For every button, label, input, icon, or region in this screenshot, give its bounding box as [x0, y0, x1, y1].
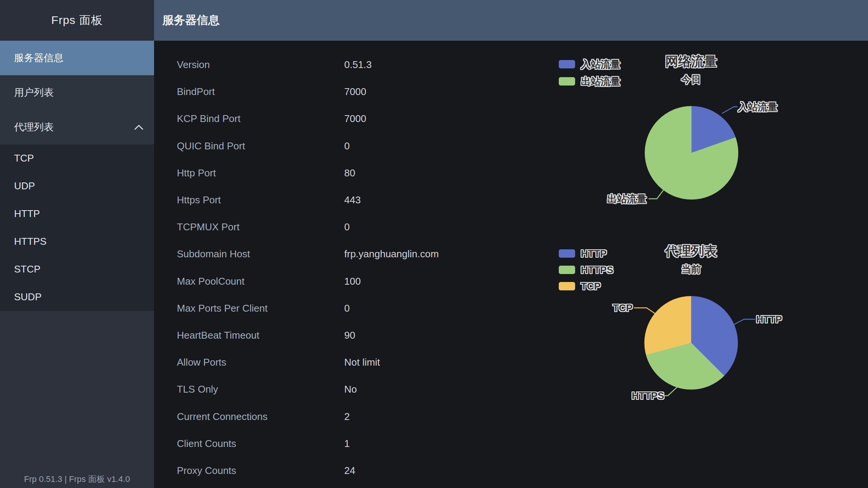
main-content: Version0.51.3 BindPort7000 KCP Bind Port…	[154, 41, 868, 488]
legend-swatch-tcp	[559, 282, 575, 290]
info-label: Subdomain Host	[177, 248, 344, 260]
leader-line-https	[663, 384, 681, 398]
server-info-list: Version0.51.3 BindPort7000 KCP Bind Port…	[154, 51, 527, 484]
info-row: HeartBeat Timeout90	[154, 322, 527, 349]
pie-label-tcp: TCP	[613, 303, 633, 313]
info-value: 0.51.3	[344, 59, 372, 71]
proxy-legend: HTTP HTTPS TCP	[559, 245, 613, 294]
sidebar-subitem-udp[interactable]: UDP	[0, 172, 154, 200]
page-header: 服务器信息	[154, 0, 868, 41]
legend-item-tcp[interactable]: TCP	[559, 278, 613, 294]
sidebar-item-server-info[interactable]: 服务器信息	[0, 41, 154, 75]
info-label: TLS Only	[177, 383, 344, 395]
sidebar: Frps 面板 服务器信息 用户列表 代理列表 TCP UDP HTTP HTT…	[0, 0, 154, 488]
legend-item-https[interactable]: HTTPS	[559, 261, 613, 278]
info-label: QUIC Bind Port	[177, 140, 344, 152]
pie-label-https: HTTPS	[632, 390, 664, 401]
sidebar-item-label: 用户列表	[14, 86, 54, 99]
chart-title: 网络流量	[615, 54, 767, 69]
traffic-legend: 入站流量 出站流量	[559, 55, 620, 90]
leader-line-inbound	[721, 105, 740, 116]
info-row: Max PoolCount100	[154, 268, 527, 295]
sidebar-menu: 服务器信息 用户列表 代理列表 TCP UDP HTTP HTTPS STCP …	[0, 41, 154, 311]
info-label: Allow Ports	[177, 356, 344, 368]
leader-line-http	[732, 318, 757, 327]
info-row: TCPMUX Port0	[154, 214, 527, 241]
pie-label-http: HTTP	[756, 314, 782, 325]
info-value: 1	[344, 438, 350, 450]
proxy-submenu: TCP UDP HTTP HTTPS STCP SUDP	[0, 144, 154, 311]
info-row: Allow PortsNot limit	[154, 349, 527, 376]
info-label: KCP Bind Port	[177, 113, 344, 125]
info-label: HeartBeat Timeout	[177, 330, 344, 341]
info-row: Current Connections2	[154, 403, 527, 430]
info-value: 0	[344, 140, 350, 152]
info-label: Current Connections	[177, 411, 344, 423]
info-value: 80	[344, 167, 355, 179]
proxy-list-chart: HTTP HTTPS TCP 代理列表 当前 TCP HTTP HTTPS	[534, 219, 868, 463]
info-label: TCPMUX Port	[177, 221, 344, 233]
sidebar-subitem-tcp[interactable]: TCP	[0, 144, 154, 172]
legend-swatch-inbound	[559, 60, 575, 68]
info-row: Subdomain Hostfrp.yanghuanglin.com	[154, 241, 527, 268]
pie-label-inbound: 入站流量	[738, 101, 777, 112]
info-row: KCP Bind Port7000	[154, 105, 527, 132]
chart-subtitle: 当前	[615, 263, 767, 275]
legend-item-inbound[interactable]: 入站流量	[559, 55, 620, 73]
proxy-list-pie[interactable]	[644, 296, 738, 390]
sidebar-subitem-https[interactable]: HTTPS	[0, 228, 154, 255]
info-row: Http Port80	[154, 160, 527, 187]
sidebar-subitem-http[interactable]: HTTP	[0, 200, 154, 228]
legend-swatch-https	[559, 266, 575, 274]
info-value: Not limit	[344, 356, 380, 368]
info-row: Version0.51.3	[154, 51, 527, 78]
sidebar-item-label: 服务器信息	[14, 51, 64, 65]
sidebar-item-user-list[interactable]: 用户列表	[0, 75, 154, 110]
sidebar-item-proxy-list[interactable]: 代理列表	[0, 110, 154, 144]
network-traffic-chart: 入站流量 出站流量 网络流量 今日 入站流量 出站流量	[534, 41, 868, 219]
legend-swatch-outbound	[559, 77, 575, 86]
app-title: Frps 面板	[0, 0, 154, 41]
sidebar-subitem-sudp[interactable]: SUDP	[0, 283, 154, 311]
info-value: 0	[344, 303, 350, 314]
chevron-up-icon	[134, 125, 143, 130]
info-value: 100	[344, 276, 361, 287]
chart-title: 代理列表	[615, 243, 767, 258]
pie-label-outbound: 出站流量	[607, 193, 647, 204]
info-row: TLS OnlyNo	[154, 376, 527, 403]
info-value: 7000	[344, 113, 366, 125]
info-row: Proxy Counts24	[154, 457, 527, 484]
info-row: Max Ports Per Client0	[154, 295, 527, 322]
info-value: 90	[344, 330, 355, 341]
info-value: 24	[344, 465, 355, 477]
info-value: 2	[344, 411, 350, 423]
leader-line-tcp	[633, 306, 657, 315]
info-label: Http Port	[177, 167, 344, 179]
info-label: Version	[177, 59, 344, 71]
info-label: Max Ports Per Client	[177, 303, 344, 314]
legend-item-outbound[interactable]: 出站流量	[559, 73, 620, 90]
legend-item-http[interactable]: HTTP	[559, 245, 613, 261]
sidebar-item-label: 代理列表	[14, 120, 54, 134]
legend-swatch-http	[559, 249, 575, 258]
info-row: QUIC Bind Port0	[154, 133, 527, 160]
sidebar-subitem-stcp[interactable]: STCP	[0, 255, 154, 283]
info-row: BindPort7000	[154, 78, 527, 105]
info-label: Https Port	[177, 194, 344, 206]
info-row: Client Counts1	[154, 430, 527, 457]
info-value: No	[344, 383, 357, 395]
info-value: 443	[344, 194, 361, 206]
info-value: 7000	[344, 86, 366, 98]
info-value: 0	[344, 221, 350, 233]
leader-line-outbound	[647, 187, 667, 201]
info-label: Max PoolCount	[177, 276, 344, 287]
info-label: BindPort	[177, 86, 344, 98]
info-row: Https Port443	[154, 187, 527, 214]
info-label: Client Counts	[177, 438, 344, 450]
page-title: 服务器信息	[162, 13, 219, 28]
network-traffic-pie[interactable]	[645, 106, 738, 200]
info-value: frp.yanghuanglin.com	[344, 248, 439, 260]
version-footer: Frp 0.51.3 | Frps 面板 v1.4.0	[0, 474, 154, 485]
chart-subtitle: 今日	[615, 74, 767, 85]
info-label: Proxy Counts	[177, 465, 344, 477]
